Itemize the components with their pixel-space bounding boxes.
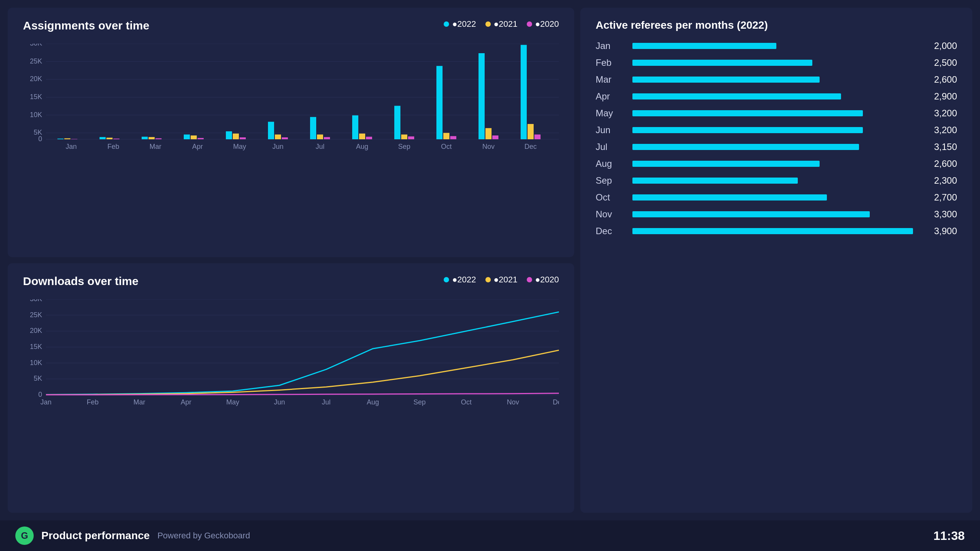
- downloads-chart-title: Downloads over time: [23, 275, 139, 288]
- svg-rect-51: [443, 133, 449, 139]
- referee-month-label: Jun: [596, 125, 626, 135]
- legend-item-2021: ●2021: [485, 19, 518, 29]
- svg-text:30K: 30K: [30, 299, 42, 303]
- svg-rect-35: [275, 135, 281, 140]
- footer: G Product performance Powered by Geckobo…: [0, 520, 980, 551]
- referee-value: 2,300: [926, 175, 957, 186]
- svg-text:25K: 25K: [30, 57, 42, 65]
- svg-text:Oct: Oct: [461, 398, 472, 406]
- referee-bar: [632, 77, 820, 83]
- referee-bar: [632, 194, 827, 201]
- svg-text:Feb: Feb: [87, 398, 98, 406]
- referees-title: Active referees per months (2022): [596, 19, 957, 31]
- referee-rows-container: Jan2,000Feb2,500Mar2,600Apr2,900May3,200…: [596, 41, 957, 236]
- svg-text:5K: 5K: [34, 375, 42, 382]
- svg-rect-59: [528, 124, 534, 139]
- svg-rect-24: [155, 139, 162, 140]
- legend-label-2020: ●2020: [535, 19, 559, 29]
- referee-bar-container: [632, 211, 920, 217]
- legend-dot-2020: [527, 21, 532, 27]
- referee-row: Jun3,200: [596, 125, 957, 135]
- referee-bar: [632, 60, 812, 66]
- referee-bar-container: [632, 43, 920, 49]
- dl-legend-dot-2020: [527, 277, 532, 282]
- referee-value: 3,200: [926, 108, 957, 119]
- svg-text:20K: 20K: [30, 327, 42, 334]
- svg-rect-39: [317, 135, 323, 140]
- referee-bar-container: [632, 127, 920, 133]
- line-chart-svg: 30K 25K 20K 15K 10K 5K 0: [23, 299, 559, 406]
- dl-legend-label-2020: ●2020: [535, 275, 559, 285]
- referee-value: 3,150: [926, 142, 957, 152]
- bar-chart-svg: 30K 25K 20K 15K 10K 5K 0: [23, 44, 559, 151]
- referee-bar-container: [632, 60, 920, 66]
- svg-rect-42: [352, 116, 358, 140]
- referee-row: Aug2,600: [596, 158, 957, 169]
- svg-text:Sep: Sep: [413, 398, 426, 406]
- svg-text:Dec: Dec: [524, 143, 537, 150]
- assignments-chart-card: Assignments over time ●2022 ●2021 ●2020: [8, 8, 574, 257]
- svg-text:Sep: Sep: [398, 143, 410, 150]
- referee-bar: [632, 93, 841, 99]
- svg-text:Feb: Feb: [107, 143, 119, 150]
- svg-text:10K: 10K: [30, 359, 42, 367]
- svg-rect-20: [113, 139, 119, 139]
- referee-value: 3,200: [926, 125, 957, 135]
- referee-bar-container: [632, 77, 920, 83]
- svg-text:May: May: [226, 398, 239, 406]
- referee-month-label: Oct: [596, 192, 626, 203]
- svg-text:Jul: Jul: [315, 143, 324, 150]
- svg-rect-50: [436, 66, 443, 139]
- svg-rect-15: [64, 139, 70, 140]
- legend-label-2022: ●2022: [452, 19, 476, 29]
- bar-chart-container: 30K 25K 20K 15K 10K 5K 0: [23, 44, 559, 151]
- referee-bar: [632, 43, 776, 49]
- svg-text:Oct: Oct: [441, 143, 452, 150]
- assignments-chart-title: Assignments over time: [23, 19, 149, 32]
- referee-month-label: Jul: [596, 142, 626, 152]
- referee-row: Nov3,300: [596, 209, 957, 220]
- svg-rect-19: [106, 138, 113, 139]
- referee-bar: [632, 144, 859, 150]
- referee-bar-container: [632, 93, 920, 99]
- svg-rect-54: [479, 53, 485, 139]
- svg-text:15K: 15K: [30, 343, 42, 350]
- svg-text:Jun: Jun: [274, 398, 285, 406]
- svg-rect-18: [100, 137, 106, 139]
- referee-bar-container: [632, 178, 920, 184]
- svg-rect-46: [394, 106, 400, 140]
- svg-text:30K: 30K: [30, 44, 42, 47]
- svg-text:Jan: Jan: [40, 398, 51, 406]
- svg-rect-27: [191, 135, 197, 139]
- dl-legend-dot-2021: [485, 277, 491, 282]
- footer-left: G Product performance Powered by Geckobo…: [15, 527, 250, 545]
- referee-month-label: Jan: [596, 41, 626, 51]
- svg-text:25K: 25K: [30, 311, 42, 319]
- svg-text:Jun: Jun: [272, 143, 283, 150]
- referee-row: Dec3,900: [596, 226, 957, 236]
- referee-bar-container: [632, 194, 920, 201]
- referee-bar: [632, 228, 913, 234]
- svg-rect-43: [359, 134, 365, 139]
- referee-month-label: Feb: [596, 57, 626, 68]
- svg-text:Mar: Mar: [150, 143, 162, 150]
- referee-month-label: Nov: [596, 209, 626, 220]
- svg-rect-47: [401, 135, 407, 140]
- referee-bar: [632, 110, 863, 116]
- legend-dot-2022: [444, 21, 449, 27]
- svg-rect-16: [71, 139, 77, 139]
- referee-row: Oct2,700: [596, 192, 957, 203]
- footer-powered-by: Powered by Geckoboard: [157, 531, 250, 541]
- referee-month-label: Mar: [596, 74, 626, 85]
- downloads-legend: ●2022 ●2021 ●2020: [444, 275, 559, 285]
- dl-legend-dot-2022: [444, 277, 449, 282]
- app-logo: G: [15, 527, 34, 545]
- svg-text:Dec: Dec: [553, 398, 559, 406]
- referee-month-label: Sep: [596, 175, 626, 186]
- referee-value: 2,700: [926, 192, 957, 203]
- referee-value: 3,900: [926, 226, 957, 236]
- referee-month-label: May: [596, 108, 626, 119]
- svg-text:Apr: Apr: [181, 398, 191, 406]
- referee-bar: [632, 161, 820, 167]
- referee-row: Mar2,600: [596, 74, 957, 85]
